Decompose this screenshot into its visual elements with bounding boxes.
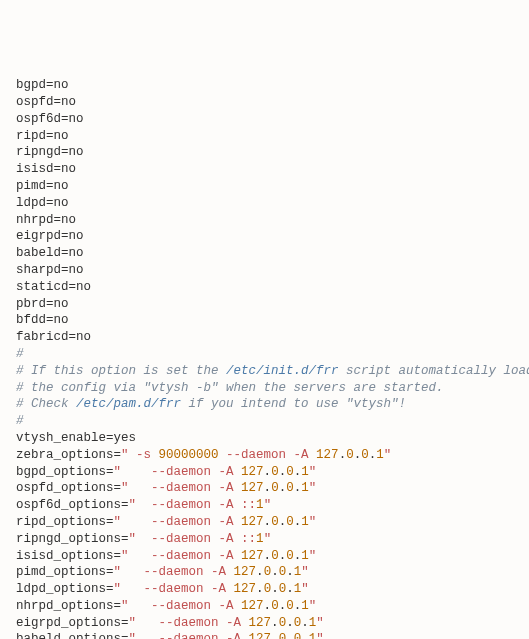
config-line: nhrpd_options=" --daemon -A 127.0.0.1" [16,598,513,615]
config-line: pimd_options=" --daemon -A 127.0.0.1" [16,564,513,581]
config-line: eigrpd_options=" --daemon -A 127.0.0.1" [16,615,513,632]
config-line: ospf6d_options=" --daemon -A ::1" [16,497,513,514]
config-line: ospfd_options=" --daemon -A 127.0.0.1" [16,480,513,497]
config-line: # the config via "vtysh -b" when the ser… [16,380,513,397]
config-line: ripngd_options=" --daemon -A ::1" [16,531,513,548]
config-line: ldpd_options=" --daemon -A 127.0.0.1" [16,581,513,598]
config-line: ldpd=no [16,195,513,212]
config-line: bgpd=no [16,77,513,94]
config-line: bfdd=no [16,312,513,329]
config-line: pbrd=no [16,296,513,313]
config-line: babeld=no [16,245,513,262]
config-line: # [16,346,513,363]
config-line: ripd=no [16,128,513,145]
config-line: zebra_options=" -s 90000000 --daemon -A … [16,447,513,464]
config-line: sharpd=no [16,262,513,279]
config-line: babeld_options=" --daemon -A 127.0.0.1" [16,631,513,639]
config-line: ripngd=no [16,144,513,161]
config-line: bgpd_options=" --daemon -A 127.0.0.1" [16,464,513,481]
config-line: nhrpd=no [16,212,513,229]
config-line: isisd=no [16,161,513,178]
config-line: # Check /etc/pam.d/frr if you intend to … [16,396,513,413]
config-line: ripd_options=" --daemon -A 127.0.0.1" [16,514,513,531]
config-line: vtysh_enable=yes [16,430,513,447]
config-line: # [16,413,513,430]
config-line: ospf6d=no [16,111,513,128]
config-line: ospfd=no [16,94,513,111]
config-line: eigrpd=no [16,228,513,245]
config-line: isisd_options=" --daemon -A 127.0.0.1" [16,548,513,565]
config-file-content: bgpd=noospfd=noospf6d=noripd=noripngd=no… [16,77,513,639]
config-line: staticd=no [16,279,513,296]
config-line: # If this option is set the /etc/init.d/… [16,363,513,380]
config-line: fabricd=no [16,329,513,346]
config-line: pimd=no [16,178,513,195]
